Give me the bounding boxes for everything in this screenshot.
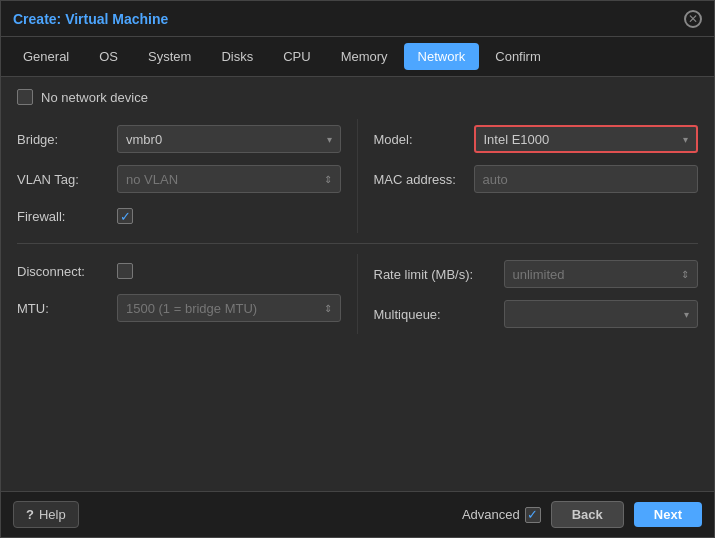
rate-limit-label: Rate limit (MB/s): <box>374 267 504 282</box>
form-grid-2: Disconnect: MTU: 1500 (1 = bridge MTU) ⇕… <box>17 254 698 334</box>
mtu-input[interactable]: 1500 (1 = bridge MTU) ⇕ <box>117 294 341 322</box>
tab-bar: General OS System Disks CPU Memory Netwo… <box>1 37 714 77</box>
firewall-check-icon: ✓ <box>120 209 131 224</box>
mtu-row: MTU: 1500 (1 = bridge MTU) ⇕ <box>17 288 341 328</box>
close-button[interactable]: ✕ <box>684 10 702 28</box>
bridge-label: Bridge: <box>17 132 117 147</box>
form-right-col-2: Rate limit (MB/s): unlimited ⇕ Multiqueu… <box>358 254 699 334</box>
model-dropdown[interactable]: Intel E1000 ▾ <box>474 125 699 153</box>
tab-confirm[interactable]: Confirm <box>481 43 555 70</box>
firewall-row: Firewall: ✓ <box>17 199 341 233</box>
form-grid: Bridge: vmbr0 ▾ VLAN Tag: no VLAN ⇕ <box>17 119 698 233</box>
rate-limit-row: Rate limit (MB/s): unlimited ⇕ <box>374 254 699 294</box>
disconnect-row: Disconnect: <box>17 254 341 288</box>
title-bar: Create: Virtual Machine ✕ <box>1 1 714 37</box>
form-left-col-2: Disconnect: MTU: 1500 (1 = bridge MTU) ⇕ <box>17 254 358 334</box>
advanced-checkbox[interactable]: ✓ <box>525 507 541 523</box>
multiqueue-row: Multiqueue: ▾ <box>374 294 699 334</box>
form-right-col: Model: Intel E1000 ▾ MAC address: auto <box>358 119 699 233</box>
model-arrow-icon: ▾ <box>683 134 688 145</box>
vlan-label: VLAN Tag: <box>17 172 117 187</box>
disconnect-checkbox[interactable] <box>117 263 133 279</box>
rate-limit-placeholder: unlimited <box>513 267 565 282</box>
multiqueue-dropdown[interactable]: ▾ <box>504 300 699 328</box>
mtu-arrow-icon: ⇕ <box>324 303 332 314</box>
bridge-row: Bridge: vmbr0 ▾ <box>17 119 341 159</box>
bridge-arrow-icon: ▾ <box>327 134 332 145</box>
back-button[interactable]: Back <box>551 501 624 528</box>
mac-row: MAC address: auto <box>374 159 699 199</box>
vlan-input[interactable]: no VLAN ⇕ <box>117 165 341 193</box>
model-label: Model: <box>374 132 474 147</box>
mtu-label: MTU: <box>17 301 117 316</box>
tab-disks[interactable]: Disks <box>207 43 267 70</box>
model-value: Intel E1000 <box>484 132 550 147</box>
content-area: No network device Bridge: vmbr0 ▾ VLAN T… <box>1 77 714 491</box>
no-network-label: No network device <box>41 90 148 105</box>
no-network-checkbox[interactable] <box>17 89 33 105</box>
bridge-dropdown[interactable]: vmbr0 ▾ <box>117 125 341 153</box>
footer: ? Help Advanced ✓ Back Next <box>1 491 714 537</box>
advanced-check-icon: ✓ <box>527 507 538 522</box>
bridge-value: vmbr0 <box>126 132 162 147</box>
tab-os[interactable]: OS <box>85 43 132 70</box>
window-title: Create: Virtual Machine <box>13 11 168 27</box>
rate-limit-arrow-icon: ⇕ <box>681 269 689 280</box>
help-label: Help <box>39 507 66 522</box>
tab-memory[interactable]: Memory <box>327 43 402 70</box>
mtu-value: 1500 (1 = bridge MTU) <box>126 301 257 316</box>
close-icon: ✕ <box>688 13 698 25</box>
section-divider <box>17 243 698 244</box>
form-left-col: Bridge: vmbr0 ▾ VLAN Tag: no VLAN ⇕ <box>17 119 358 233</box>
help-button[interactable]: ? Help <box>13 501 79 528</box>
tab-system[interactable]: System <box>134 43 205 70</box>
tab-cpu[interactable]: CPU <box>269 43 324 70</box>
vlan-placeholder: no VLAN <box>126 172 178 187</box>
mac-input[interactable]: auto <box>474 165 699 193</box>
no-network-row: No network device <box>17 89 698 105</box>
question-icon: ? <box>26 507 34 522</box>
mac-label: MAC address: <box>374 172 474 187</box>
rate-limit-input[interactable]: unlimited ⇕ <box>504 260 699 288</box>
tab-general[interactable]: General <box>9 43 83 70</box>
model-row: Model: Intel E1000 ▾ <box>374 119 699 159</box>
multiqueue-arrow-icon: ▾ <box>684 309 689 320</box>
vlan-arrow-icon: ⇕ <box>324 174 332 185</box>
next-button[interactable]: Next <box>634 502 702 527</box>
advanced-row: Advanced ✓ <box>462 507 541 523</box>
firewall-checkbox[interactable]: ✓ <box>117 208 133 224</box>
firewall-label: Firewall: <box>17 209 117 224</box>
multiqueue-label: Multiqueue: <box>374 307 504 322</box>
footer-right: Advanced ✓ Back Next <box>462 501 702 528</box>
mac-placeholder: auto <box>483 172 508 187</box>
tab-network[interactable]: Network <box>404 43 480 70</box>
disconnect-label: Disconnect: <box>17 264 117 279</box>
vlan-row: VLAN Tag: no VLAN ⇕ <box>17 159 341 199</box>
create-vm-window: Create: Virtual Machine ✕ General OS Sys… <box>0 0 715 538</box>
advanced-label: Advanced <box>462 507 520 522</box>
